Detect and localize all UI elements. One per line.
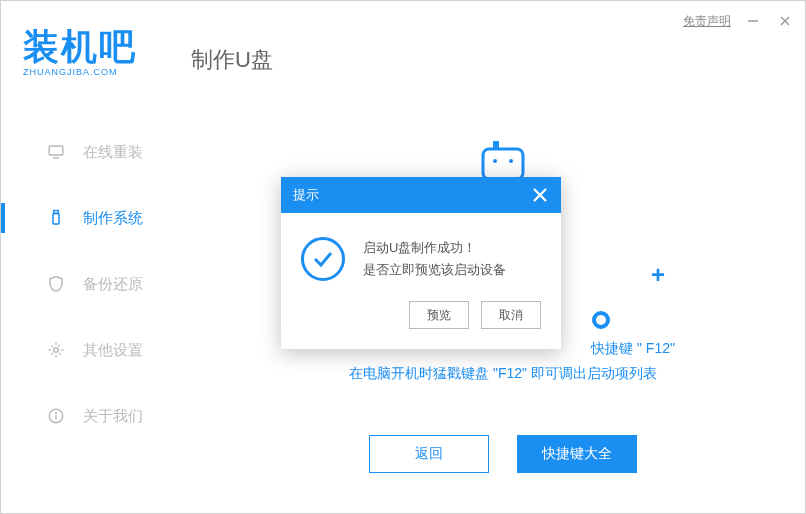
svg-point-10 xyxy=(56,413,57,414)
svg-point-12 xyxy=(493,159,497,163)
plus-icon: + xyxy=(651,261,665,289)
monitor-icon xyxy=(47,143,65,161)
dialog-message: 启动U盘制作成功！ 是否立即预览该启动设备 xyxy=(363,237,506,281)
shield-icon xyxy=(47,275,65,293)
shortcuts-button[interactable]: 快捷键大全 xyxy=(517,435,637,473)
dialog-body: 启动U盘制作成功！ 是否立即预览该启动设备 xyxy=(281,213,561,301)
dialog-footer: 预览 取消 xyxy=(281,301,561,349)
sidebar: 在线重装 制作系统 备份还原 其他设置 关于我们 xyxy=(1,119,201,449)
dialog-message-line1: 启动U盘制作成功！ xyxy=(363,237,506,259)
usb-icon xyxy=(47,209,65,227)
minimize-icon xyxy=(747,15,759,27)
bottom-buttons: 返回 快捷键大全 xyxy=(369,435,637,473)
preview-button[interactable]: 预览 xyxy=(409,301,469,329)
circle-decoration-icon xyxy=(592,311,610,329)
cancel-button[interactable]: 取消 xyxy=(481,301,541,329)
sidebar-item-label: 其他设置 xyxy=(83,341,143,360)
disclaimer-link[interactable]: 免责声明 xyxy=(683,13,731,30)
back-button[interactable]: 返回 xyxy=(369,435,489,473)
hint-line2: 在电脑开机时猛戳键盘 "F12" 即可调出启动项列表 xyxy=(201,361,805,386)
sidebar-item-about[interactable]: 关于我们 xyxy=(1,383,201,449)
svg-rect-11 xyxy=(483,149,523,179)
sidebar-item-label: 制作系统 xyxy=(83,209,143,228)
app-window: 免责声明 装机吧 ZHUANGJIBA.COM 制作U盘 在线重装 制作系统 xyxy=(0,0,806,514)
svg-point-7 xyxy=(54,348,59,353)
sidebar-item-backup[interactable]: 备份还原 xyxy=(1,251,201,317)
logo-text: 装机吧 xyxy=(23,29,137,65)
info-icon xyxy=(47,407,65,425)
logo-subtitle: ZHUANGJIBA.COM xyxy=(23,67,137,77)
page-title: 制作U盘 xyxy=(191,45,273,75)
dialog-message-line2: 是否立即预览该启动设备 xyxy=(363,259,506,281)
close-button[interactable] xyxy=(775,11,795,31)
sidebar-item-reinstall[interactable]: 在线重装 xyxy=(1,119,201,185)
success-check-icon xyxy=(301,237,345,281)
dialog-close-button[interactable] xyxy=(531,186,549,204)
svg-rect-5 xyxy=(53,214,59,225)
sidebar-item-label: 关于我们 xyxy=(83,407,143,426)
dialog-title: 提示 xyxy=(293,186,319,204)
minimize-button[interactable] xyxy=(743,11,763,31)
sidebar-item-create[interactable]: 制作系统 xyxy=(1,185,201,251)
svg-rect-14 xyxy=(493,141,499,149)
dialog-header: 提示 xyxy=(281,177,561,213)
success-dialog: 提示 启动U盘制作成功！ 是否立即预览该启动设备 预览 取消 xyxy=(281,177,561,349)
close-icon xyxy=(531,186,549,204)
svg-rect-3 xyxy=(49,146,63,155)
close-icon xyxy=(779,15,791,27)
svg-point-13 xyxy=(509,159,513,163)
sidebar-item-label: 在线重装 xyxy=(83,143,143,162)
logo: 装机吧 ZHUANGJIBA.COM xyxy=(23,29,137,77)
sidebar-item-label: 备份还原 xyxy=(83,275,143,294)
svg-rect-6 xyxy=(54,211,59,214)
gear-icon xyxy=(47,341,65,359)
sidebar-item-settings[interactable]: 其他设置 xyxy=(1,317,201,383)
